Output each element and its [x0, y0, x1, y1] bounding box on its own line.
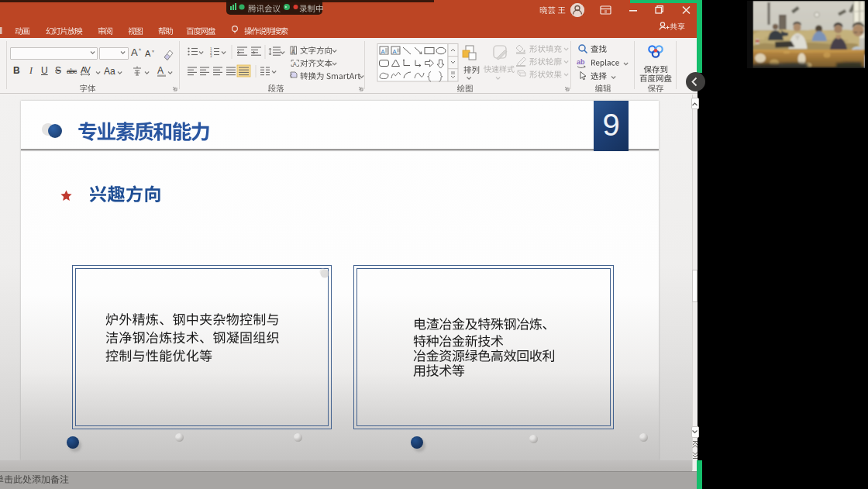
svg-text:3: 3 [210, 54, 212, 58]
svg-text:A: A [293, 61, 297, 67]
svg-text:A: A [393, 48, 397, 55]
svg-text:A: A [381, 48, 385, 55]
svg-text:A: A [291, 49, 295, 54]
svg-text:ab: ab [577, 58, 585, 66]
